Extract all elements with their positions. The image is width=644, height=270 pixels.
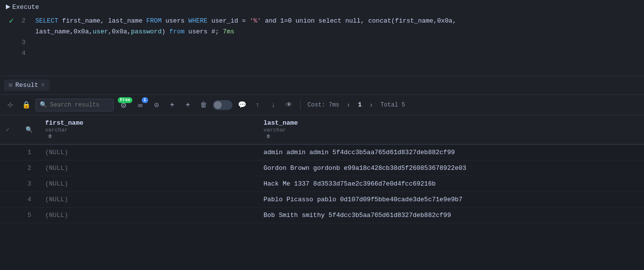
col-type-first: varchar bbox=[45, 127, 68, 133]
delete-button[interactable]: 🗑 bbox=[197, 99, 210, 111]
check-mark-icon: ✓ bbox=[9, 16, 14, 27]
data-table-wrap: ✓ 🔍 first_name varchar bbox=[0, 115, 644, 223]
th-check-icon[interactable]: ✓ bbox=[6, 127, 9, 134]
prev-page-button[interactable]: ‹ bbox=[342, 99, 355, 111]
data-table: ✓ 🔍 first_name varchar bbox=[0, 115, 644, 223]
result-panel: ⊞ Result × ⊹ 🔒 🔍 ⚙ Free ✉ 1 ⊙ + + 🗑 💬 ↑ bbox=[0, 76, 644, 223]
result-tab[interactable]: ⊞ Result × bbox=[4, 80, 50, 91]
sort-up-icon-2 bbox=[266, 134, 270, 136]
cell-first-name: (NULL) bbox=[39, 144, 258, 161]
cost-label: Cost: 7ms bbox=[308, 102, 339, 108]
move-button[interactable]: ⊹ bbox=[4, 99, 17, 111]
line-num-3: 3 bbox=[18, 37, 26, 48]
row-checkbox bbox=[0, 161, 20, 176]
row-number: 3 bbox=[20, 176, 39, 192]
cell-last-name: Hack Me 1337 8d3533d75ae2c3966d7e0d4fcc6… bbox=[258, 176, 644, 192]
row-number: 5 bbox=[20, 208, 39, 223]
th-first-name[interactable]: first_name varchar bbox=[39, 115, 258, 144]
line-row-3: 3 bbox=[6, 37, 26, 48]
col-name-last: last_name bbox=[263, 119, 298, 127]
row-checkbox bbox=[0, 144, 20, 161]
row-number: 2 bbox=[20, 161, 39, 176]
search-box[interactable]: 🔍 bbox=[35, 99, 114, 111]
execute-button[interactable]: Execute bbox=[6, 3, 39, 11]
th-search: 🔍 bbox=[20, 115, 39, 144]
cell-last-name: Bob Smith smithy 5f4dcc3b5aa765d61d8327d… bbox=[258, 208, 644, 223]
cost-display: Cost: 7ms bbox=[308, 102, 339, 108]
row-checkbox bbox=[0, 192, 20, 208]
lock-button[interactable]: 🔒 bbox=[20, 99, 32, 111]
th-last-name[interactable]: last_name varchar bbox=[258, 115, 644, 144]
col-name-first: first_name bbox=[45, 119, 83, 127]
code-content[interactable]: SELECT first_name, last_name FROM users … bbox=[31, 16, 644, 71]
row-number: 4 bbox=[20, 192, 39, 208]
row-number: 1 bbox=[20, 144, 39, 161]
code-line-4 bbox=[35, 48, 640, 59]
cell-last-name: admin admin admin 5f4dcc3b5aa765d61d8327… bbox=[258, 144, 644, 161]
row-checkbox bbox=[0, 176, 20, 192]
arrow-up-button[interactable]: ↑ bbox=[251, 99, 264, 111]
line-num-4: 4 bbox=[18, 48, 26, 59]
add-button-2[interactable]: + bbox=[181, 99, 194, 111]
line-numbers: ✓ 2 3 4 bbox=[0, 16, 31, 71]
th-search-icon[interactable]: 🔍 bbox=[26, 127, 33, 134]
cell-first-name: (NULL) bbox=[39, 176, 258, 192]
cell-first-name: (NULL) bbox=[39, 192, 258, 208]
sort-down-icon-2 bbox=[266, 136, 270, 138]
table-row: 5 (NULL) Bob Smith smithy 5f4dcc3b5aa765… bbox=[0, 208, 644, 223]
sort-up-icon bbox=[48, 134, 52, 136]
table-row: 3 (NULL) Hack Me 1337 8d3533d75ae2c3966d… bbox=[0, 176, 644, 192]
github-button[interactable]: ⊙ bbox=[150, 99, 163, 111]
chat-button[interactable]: 💬 bbox=[235, 99, 248, 111]
result-tabs: ⊞ Result × bbox=[0, 76, 644, 95]
execute-label: Execute bbox=[12, 3, 39, 11]
table-body: 1 (NULL) admin admin admin 5f4dcc3b5aa76… bbox=[0, 144, 644, 223]
notification-badge: 1 bbox=[142, 97, 148, 103]
line-num-cont bbox=[18, 27, 26, 37]
cell-first-name: (NULL) bbox=[39, 161, 258, 176]
col-header-last-name: last_name varchar bbox=[263, 119, 638, 133]
next-page-button[interactable]: › bbox=[365, 99, 378, 111]
line-row-2: ✓ 2 bbox=[9, 16, 26, 27]
table-row: 2 (NULL) Gordon Brown gordonb e99a18c428… bbox=[0, 161, 644, 176]
line-row-4: 4 bbox=[6, 48, 26, 59]
cell-first-name: (NULL) bbox=[39, 208, 258, 223]
table-row: 1 (NULL) admin admin admin 5f4dcc3b5aa76… bbox=[0, 144, 644, 161]
arrow-down-button[interactable]: ↓ bbox=[267, 99, 280, 111]
col-header-first-name: first_name varchar bbox=[45, 119, 252, 133]
code-area: ✓ 2 3 4 SELECT first_name, last_name FRO… bbox=[0, 14, 644, 73]
total-label: Total 5 bbox=[381, 102, 405, 108]
toggle-knob bbox=[214, 101, 222, 109]
line-row-cont bbox=[6, 27, 26, 37]
result-toolbar: ⊹ 🔒 🔍 ⚙ Free ✉ 1 ⊙ + + 🗑 💬 ↑ ↓ 👁 Cost: 7… bbox=[0, 95, 644, 115]
notification-button[interactable]: ✉ 1 bbox=[133, 98, 147, 112]
code-line-1: SELECT first_name, last_name FROM users … bbox=[35, 16, 640, 27]
tab-grid-icon: ⊞ bbox=[9, 81, 12, 89]
table-header-row: ✓ 🔍 first_name varchar bbox=[0, 115, 644, 144]
toggle-switch[interactable] bbox=[213, 100, 232, 110]
gear-badge: Free bbox=[118, 97, 132, 103]
code-line-2: last_name,0x0a,user,0x0a,password) from … bbox=[35, 27, 640, 37]
page-number: 1 bbox=[358, 101, 362, 108]
cell-last-name: Gordon Brown gordonb e99a18c428cb38d5f26… bbox=[258, 161, 644, 176]
sort-down-icon bbox=[48, 136, 52, 138]
gear-badge-button[interactable]: ⚙ Free bbox=[117, 98, 130, 112]
editor-area: Execute ✓ 2 3 4 SELECT first_name, last_… bbox=[0, 0, 644, 76]
eye-button[interactable]: 👁 bbox=[283, 99, 295, 111]
execute-bar: Execute bbox=[0, 0, 644, 14]
row-checkbox bbox=[0, 208, 20, 223]
execute-triangle-icon bbox=[6, 4, 10, 9]
page-nav: ‹ 1 › Total 5 bbox=[342, 99, 405, 111]
code-line-3 bbox=[35, 37, 640, 48]
sort-first-name-btn[interactable] bbox=[48, 134, 52, 138]
th-check: ✓ bbox=[0, 115, 20, 144]
add-button-1[interactable]: + bbox=[166, 99, 179, 111]
search-input[interactable] bbox=[50, 102, 104, 108]
tab-close-button[interactable]: × bbox=[41, 82, 45, 89]
tab-label: Result bbox=[15, 81, 38, 89]
cell-last-name: Pablo Picasso pablo 0d107d09f5bbe40cade3… bbox=[258, 192, 644, 208]
search-icon: 🔍 bbox=[40, 101, 47, 108]
toolbar-divider bbox=[300, 100, 301, 110]
table-row: 4 (NULL) Pablo Picasso pablo 0d107d09f5b… bbox=[0, 192, 644, 208]
sort-last-name-btn[interactable] bbox=[266, 134, 270, 138]
